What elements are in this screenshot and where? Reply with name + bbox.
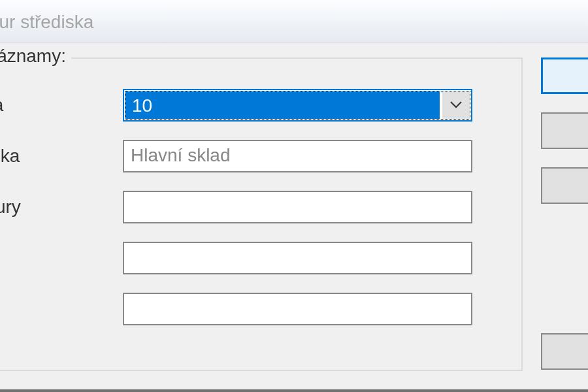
input-inventura[interactable] xyxy=(123,191,472,223)
input-extra-2[interactable] xyxy=(123,293,472,325)
titlebar: nventur střediska xyxy=(0,0,588,43)
input-extra-1[interactable] xyxy=(123,242,472,274)
button-s[interactable]: S xyxy=(541,112,588,149)
button-na[interactable]: Ná xyxy=(541,167,588,204)
bottom-rule xyxy=(0,389,588,392)
groupbox-legend: yto záznamy: xyxy=(0,46,71,67)
label-stredisko-name: řediska xyxy=(0,146,123,167)
form: diska 10 řediska Hlavní sklad xyxy=(0,89,472,344)
combo-stredisko-value: 10 xyxy=(125,91,440,119)
chevron-down-icon xyxy=(450,99,462,111)
primary-button[interactable] xyxy=(541,57,588,94)
label-inventura: ventury xyxy=(0,197,123,218)
dialog-body: yto záznamy: diska 10 řediska xyxy=(0,43,588,392)
combo-stredisko[interactable]: 10 xyxy=(123,89,472,122)
button-column: S Ná Da xyxy=(541,57,588,388)
dialog-window: nventur střediska yto záznamy: diska 10 xyxy=(0,0,588,392)
button-spacer xyxy=(541,222,588,333)
row-inventura: ventury xyxy=(0,191,472,223)
button-da[interactable]: Da xyxy=(541,333,588,370)
row-stredisko-name: řediska Hlavní sklad xyxy=(0,140,472,172)
row-extra-1 xyxy=(0,242,472,274)
row-stredisko-code: diska 10 xyxy=(0,89,472,122)
label-stredisko-code: diska xyxy=(0,95,123,116)
combo-dropdown-button[interactable] xyxy=(442,91,470,119)
input-stredisko-name[interactable]: Hlavní sklad xyxy=(123,140,472,172)
window-title: nventur střediska xyxy=(0,12,93,32)
row-extra-2 xyxy=(0,293,472,325)
